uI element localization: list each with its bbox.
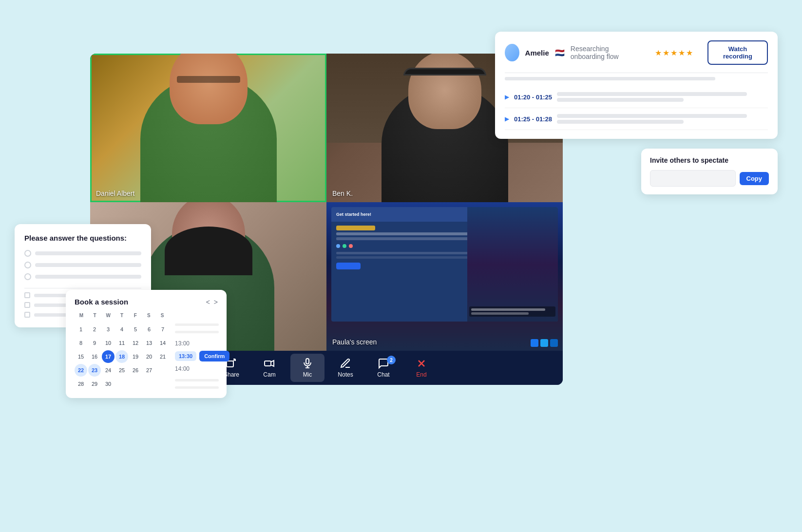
recording-item-2[interactable]: ▶ 01:25 - 01:28 — [505, 108, 768, 130]
time-slots: 13:00 13:30 Confirm 14:00 — [175, 312, 219, 390]
cal-day[interactable]: 4 — [115, 323, 128, 336]
notes-button[interactable]: Notes — [328, 354, 363, 382]
survey-divider — [24, 288, 141, 288]
weekday-t2: T — [115, 312, 129, 319]
checkbox-3[interactable] — [24, 312, 30, 318]
svg-rect-0 — [227, 361, 233, 367]
recording-header: Amelie 🇳🇱 Researching onboarding flow ★★… — [505, 40, 768, 65]
calendar-days: 1 2 3 4 5 6 7 8 9 10 11 12 13 14 15 16 1… — [75, 323, 169, 390]
weekday-s: S — [142, 312, 156, 319]
recording-item-1[interactable]: ▶ 01:20 - 01:25 — [505, 86, 768, 108]
time-line — [175, 331, 219, 333]
next-month-button[interactable]: > — [214, 298, 218, 306]
timestamp-2: 01:25 - 01:28 — [514, 115, 552, 123]
participant-name-screen: Paula's screen — [332, 338, 377, 346]
cam-button[interactable]: Cam — [252, 354, 286, 382]
cal-day[interactable]: 16 — [88, 350, 101, 363]
cal-day[interactable]: 26 — [129, 364, 142, 377]
time-line — [175, 323, 219, 326]
end-button[interactable]: End — [404, 354, 439, 382]
prev-month-button[interactable]: < — [206, 298, 210, 306]
notes-icon — [340, 358, 351, 369]
cal-day[interactable]: 25 — [115, 364, 128, 377]
watch-recording-button[interactable]: Watch recording — [707, 40, 768, 65]
checkbox-1[interactable] — [24, 292, 30, 298]
spectate-link-input[interactable] — [650, 170, 736, 187]
end-label: End — [416, 371, 426, 378]
calendar-title: Book a session — [75, 298, 128, 306]
cal-day[interactable]: 10 — [102, 337, 115, 349]
weekday-s2: S — [155, 312, 169, 319]
rec-desc-line — [505, 77, 715, 80]
time-slot-row-1330: 13:30 Confirm — [175, 351, 219, 361]
time-slot-1400[interactable]: 14:00 — [175, 363, 219, 374]
radio-1[interactable] — [24, 250, 31, 257]
desc-line — [557, 98, 684, 102]
cal-day[interactable]: 5 — [129, 323, 142, 336]
cal-day[interactable]: 6 — [143, 323, 155, 336]
radio-3[interactable] — [24, 273, 31, 280]
calendar-header: Book a session < > — [75, 298, 218, 306]
cal-day[interactable]: 22 — [75, 364, 87, 377]
mic-label: Mic — [303, 371, 312, 378]
cal-day[interactable]: 14 — [156, 337, 169, 349]
survey-option-1[interactable] — [24, 250, 141, 257]
radio-2[interactable] — [24, 262, 31, 268]
end-icon — [416, 358, 427, 369]
time-slot-1300[interactable]: 13:00 — [175, 338, 219, 349]
cal-day[interactable]: 24 — [102, 364, 115, 377]
cal-day[interactable]: 19 — [129, 350, 142, 363]
play-icon-1: ▶ — [505, 94, 509, 100]
option-line-2 — [35, 263, 141, 267]
svg-rect-1 — [265, 361, 271, 366]
cal-day[interactable]: 1 — [75, 323, 87, 336]
survey-options — [24, 250, 141, 280]
confirm-button[interactable]: Confirm — [199, 351, 229, 361]
calendar-panel: Book a session < > M T W T F S S 1 2 3 4 — [66, 290, 227, 398]
mic-button[interactable]: Mic — [290, 354, 325, 382]
weekday-m: M — [75, 312, 88, 319]
cal-day[interactable]: 28 — [75, 378, 87, 390]
participant-name-daniel: Daniel Albert — [96, 190, 134, 197]
cal-day[interactable]: 3 — [102, 323, 115, 336]
cal-day[interactable]: 11 — [115, 337, 128, 349]
user-name: Amelie — [525, 49, 549, 57]
cal-day[interactable]: 23 — [88, 364, 101, 377]
cal-day[interactable]: 30 — [102, 378, 115, 390]
cal-day[interactable]: 15 — [75, 350, 87, 363]
cal-day[interactable]: 20 — [143, 350, 155, 363]
cal-day[interactable]: 8 — [75, 337, 87, 349]
chat-label: Chat — [377, 371, 389, 378]
cal-day[interactable]: 18 — [115, 350, 128, 363]
weekdays-row: M T W T F S S — [75, 312, 169, 319]
cal-day[interactable]: 7 — [156, 323, 169, 336]
avatar — [505, 44, 519, 61]
cal-day[interactable]: 27 — [143, 364, 155, 377]
checkbox-2[interactable] — [24, 302, 30, 308]
chat-badge: 2 — [387, 356, 396, 364]
recording-items: ▶ 01:20 - 01:25 ▶ 01:25 - 01:28 — [505, 77, 768, 130]
cal-day[interactable]: 2 — [88, 323, 101, 336]
cal-day[interactable]: 12 — [129, 337, 142, 349]
survey-option-3[interactable] — [24, 273, 141, 280]
cal-day[interactable]: 9 — [88, 337, 101, 349]
weekday-w: W — [101, 312, 115, 319]
video-cell-daniel: Daniel Albert — [90, 54, 326, 202]
survey-option-2[interactable] — [24, 262, 141, 268]
desc-line — [557, 92, 747, 96]
cal-day[interactable]: 21 — [156, 350, 169, 363]
play-icon-2: ▶ — [505, 115, 509, 122]
weekday-f: F — [129, 312, 142, 319]
option-line-3 — [35, 275, 141, 279]
cal-day[interactable]: 13 — [143, 337, 155, 349]
time-line — [175, 379, 219, 381]
cal-day-today[interactable]: 17 — [102, 350, 115, 363]
cal-day[interactable]: 29 — [88, 378, 101, 390]
time-line — [175, 386, 219, 389]
time-badge-1330[interactable]: 13:30 — [175, 351, 196, 361]
divider — [505, 73, 768, 73]
copy-button[interactable]: Copy — [740, 172, 769, 185]
desc-line — [557, 120, 684, 124]
notes-label: Notes — [338, 371, 353, 378]
chat-button[interactable]: 2 Chat — [366, 354, 401, 382]
